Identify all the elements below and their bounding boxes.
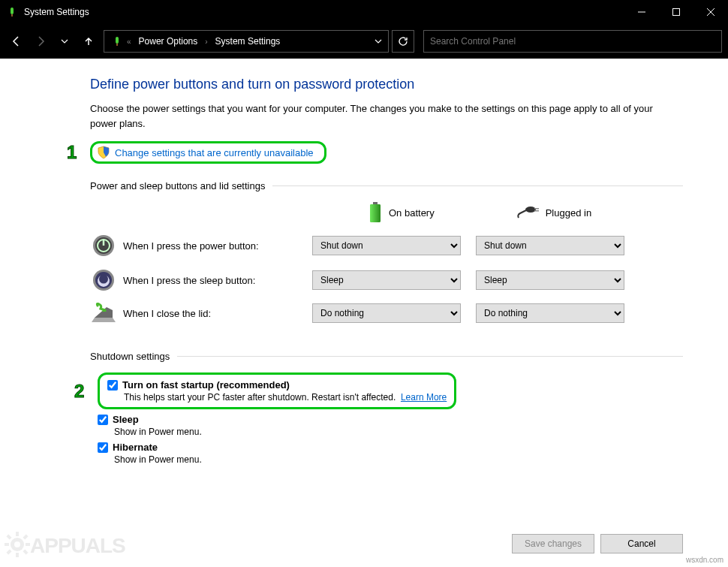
svg-rect-24 (5, 543, 9, 546)
shield-icon (97, 146, 110, 159)
breadcrumb-sep: « (127, 38, 131, 46)
svg-rect-0 (11, 8, 14, 14)
plugged-in-label: Plugged in (546, 207, 591, 219)
laptop-lid-icon (90, 303, 117, 324)
maximize-button[interactable] (659, 0, 693, 24)
minimize-button[interactable] (624, 0, 659, 24)
recent-button[interactable] (54, 31, 75, 52)
hibernate-desc: Show in Power menu. (98, 454, 683, 465)
back-button[interactable] (6, 31, 27, 52)
app-icon (6, 6, 18, 18)
svg-rect-1 (11, 14, 13, 17)
close-button[interactable] (693, 0, 728, 24)
appuals-watermark: APPUALS (5, 532, 125, 562)
fast-startup-highlight: 2 Turn on fast startup (recommended) Thi… (98, 372, 456, 409)
sleep-button-icon (90, 268, 117, 292)
power-button-row: When I press the power button: Shut down… (90, 234, 683, 258)
svg-rect-3 (673, 9, 680, 16)
sleep-button-row: When I press the sleep button: Sleep Sle… (90, 268, 683, 292)
hibernate-label: Hibernate (113, 442, 158, 453)
refresh-button[interactable] (392, 30, 414, 53)
on-battery-header: On battery (368, 202, 435, 223)
svg-rect-10 (370, 204, 381, 222)
learn-more-link[interactable]: Learn More (401, 392, 447, 403)
sleep-checkbox-item: Sleep Show in Power menu. (98, 414, 683, 437)
lid-label: When I close the lid: (117, 308, 312, 319)
svg-rect-7 (116, 44, 118, 46)
svg-rect-12 (534, 208, 539, 210)
navbar: « Power Options › System Settings (0, 24, 728, 59)
brand-text: APPUALS (30, 534, 125, 557)
forward-button[interactable] (30, 31, 51, 52)
up-button[interactable] (78, 31, 99, 52)
svg-rect-28 (6, 549, 11, 554)
search-input[interactable] (430, 36, 715, 47)
svg-rect-23 (16, 553, 19, 557)
power-button-label: When I press the power button: (117, 240, 312, 252)
svg-rect-22 (16, 532, 19, 536)
breadcrumb: « Power Options › System Settings (127, 33, 284, 50)
content: Define power buttons and turn on passwor… (0, 59, 728, 469)
search-box[interactable] (423, 30, 722, 53)
sleep-label: Sleep (113, 414, 139, 425)
hibernate-checkbox-item: Hibernate Show in Power menu. (98, 442, 683, 465)
intro-text: Choose the power settings that you want … (90, 101, 660, 131)
sleep-checkbox[interactable] (98, 415, 108, 425)
fast-startup-desc-text: This helps start your PC faster after sh… (124, 392, 396, 403)
lid-row: When I close the lid: Do nothing Do noth… (90, 303, 683, 324)
sleep-button-label: When I press the sleep button: (117, 275, 312, 286)
column-headers: On battery Plugged in (368, 202, 683, 223)
fast-startup-checkbox[interactable] (107, 380, 118, 391)
svg-point-21 (14, 541, 20, 547)
svg-rect-13 (534, 210, 539, 212)
cancel-button[interactable]: Cancel (600, 534, 683, 553)
sleep-plugged-select[interactable]: Sleep (476, 270, 624, 290)
svg-point-11 (525, 207, 536, 213)
svg-rect-29 (23, 549, 28, 554)
svg-rect-26 (6, 534, 11, 539)
footer-buttons: Save changes Cancel (512, 534, 683, 553)
shutdown-legend: Shutdown settings (90, 351, 177, 362)
address-bar[interactable]: « Power Options › System Settings (104, 30, 389, 53)
svg-rect-6 (116, 37, 119, 44)
site-watermark: wsxdn.com (686, 556, 723, 564)
sleep-desc: Show in Power menu. (98, 427, 683, 437)
svg-rect-25 (26, 543, 30, 546)
change-settings-highlight: 1 Change settings that are currently una… (90, 141, 326, 164)
on-battery-label: On battery (389, 207, 435, 219)
lid-battery-select[interactable]: Do nothing (312, 303, 461, 323)
fast-startup-label: Turn on fast startup (recommended) (122, 379, 290, 391)
save-button[interactable]: Save changes (512, 534, 594, 553)
power-battery-select[interactable]: Shut down (312, 236, 461, 255)
breadcrumb-system-settings[interactable]: System Settings (211, 33, 285, 50)
fast-startup-desc: This helps start your PC faster after sh… (107, 392, 447, 403)
chevron-right-icon: › (205, 38, 207, 46)
sleep-battery-select[interactable]: Sleep (312, 270, 461, 290)
svg-rect-8 (373, 202, 378, 204)
plug-icon (517, 206, 540, 219)
titlebar: System Settings (0, 0, 728, 24)
breadcrumb-power-options[interactable]: Power Options (134, 33, 203, 50)
power-plugged-select[interactable]: Shut down (476, 236, 624, 255)
gear-icon (5, 532, 30, 562)
callout-1: 1 (67, 142, 77, 163)
shutdown-group: Shutdown settings 2 Turn on fast startup… (90, 351, 683, 469)
page-title: Define power buttons and turn on passwor… (90, 77, 683, 92)
change-settings-link[interactable]: Change settings that are currently unava… (115, 147, 314, 158)
hibernate-checkbox[interactable] (98, 442, 108, 453)
window-title: System Settings (24, 7, 89, 17)
power-buttons-legend: Power and sleep buttons and lid settings (90, 180, 272, 192)
address-dropdown[interactable] (369, 38, 388, 45)
plugged-in-header: Plugged in (517, 206, 591, 219)
lid-plugged-select[interactable]: Do nothing (476, 303, 624, 323)
power-buttons-group: Power and sleep buttons and lid settings… (90, 180, 683, 334)
svg-rect-27 (23, 534, 28, 539)
address-icon (110, 35, 124, 48)
battery-icon (368, 202, 383, 223)
callout-2: 2 (74, 381, 84, 402)
power-button-icon (90, 234, 117, 258)
